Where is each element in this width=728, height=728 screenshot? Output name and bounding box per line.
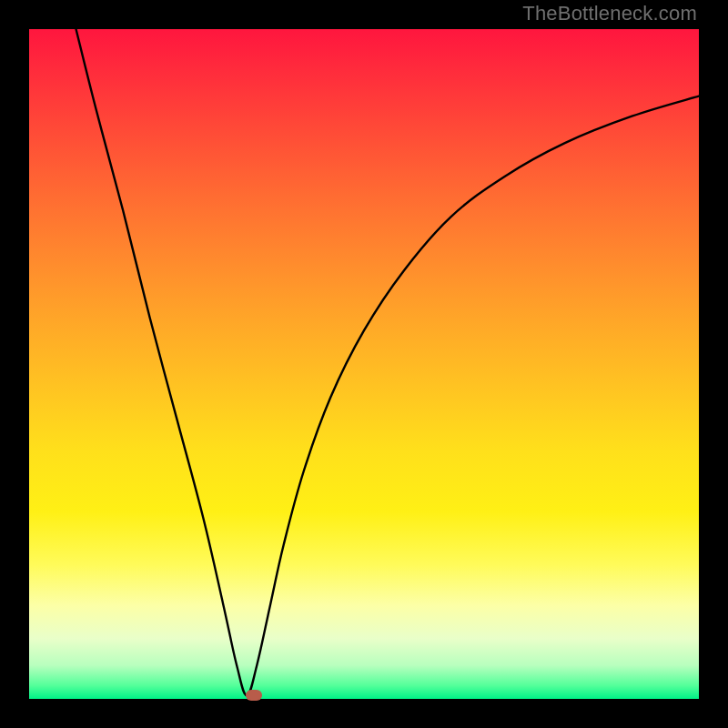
plot-area: [29, 29, 699, 699]
watermark-text: TheBottleneck.com: [522, 2, 697, 25]
optimum-marker: [246, 690, 262, 701]
chart-frame: TheBottleneck.com: [0, 0, 728, 728]
curve-svg: [29, 29, 699, 699]
bottleneck-curve: [76, 29, 699, 695]
